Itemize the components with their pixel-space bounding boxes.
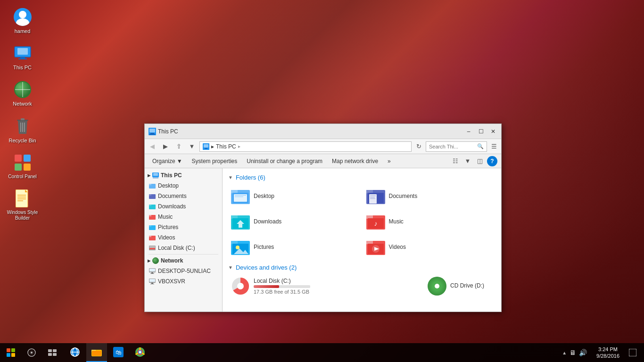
- sidebar-item-vboxsvr[interactable]: VBOXSVR: [145, 276, 222, 287]
- svg-rect-21: [150, 133, 154, 134]
- localdisk-large-icon: [231, 277, 250, 296]
- minimize-button[interactable]: –: [462, 125, 475, 138]
- view-toggle-button[interactable]: ☷: [450, 156, 461, 166]
- drives-toggle[interactable]: ▼: [228, 265, 233, 270]
- localdisk-sidebar-icon: [149, 244, 156, 252]
- refresh-button[interactable]: ↻: [413, 141, 424, 152]
- expand-button[interactable]: ☰: [489, 141, 499, 152]
- sidebar-item-desktop5[interactable]: DESKTOP-5UNLIAC: [145, 266, 222, 276]
- svg-rect-58: [235, 197, 243, 197]
- network-icon-label: Network: [13, 101, 32, 107]
- sidebar-documents-label: Documents: [158, 193, 187, 199]
- sidebar-network-header[interactable]: ▶ Network: [145, 255, 222, 266]
- cddrive-info: CD Drive (D:): [450, 282, 493, 290]
- uninstall-button[interactable]: Uninstall or change a program: [243, 156, 326, 166]
- user-icon: [13, 8, 32, 26]
- cortana-button[interactable]: [21, 343, 42, 362]
- sidebar-item-videos[interactable]: Videos: [145, 232, 222, 243]
- desktop-icon-user[interactable]: hamed: [5, 5, 40, 37]
- pictures-folder-icon: [149, 223, 156, 231]
- desktop-icon-network[interactable]: Network: [5, 77, 40, 110]
- system-properties-button[interactable]: System properties: [188, 156, 241, 166]
- folder-item-documents[interactable]: Documents: [363, 185, 496, 207]
- svg-rect-35: [149, 205, 151, 206]
- folders-toggle[interactable]: ▼: [228, 175, 233, 180]
- svg-rect-27: [153, 173, 158, 176]
- view-dropdown[interactable]: ▼: [462, 156, 473, 166]
- back-button[interactable]: ◀: [147, 141, 158, 152]
- sidebar-item-localdisk[interactable]: Local Disk (C:): [145, 243, 222, 253]
- sidebar-item-desktop[interactable]: Desktop: [145, 181, 222, 191]
- folders-section-title: Folders (6): [236, 174, 265, 181]
- clock-date: 9/28/2016: [596, 353, 619, 359]
- svg-rect-48: [150, 273, 154, 274]
- svg-rect-3: [18, 58, 27, 59]
- address-path[interactable]: ▸ This PC ▸: [199, 141, 412, 152]
- desktop-icon-thispc[interactable]: This PC: [5, 41, 40, 74]
- thispc-expand-icon: ▶: [148, 173, 150, 178]
- localdisk-bar-fill: [254, 285, 279, 288]
- clock-area[interactable]: 3:24 PM 9/28/2016: [593, 346, 623, 360]
- network-tray-icon[interactable]: 🖥: [570, 349, 576, 356]
- taskbar-ie[interactable]: [65, 343, 85, 362]
- svg-rect-75: [231, 241, 238, 244]
- pane-button[interactable]: ◫: [475, 156, 485, 166]
- sidebar-item-downloads[interactable]: Downloads: [145, 201, 222, 212]
- up-button[interactable]: ⇧: [173, 141, 184, 152]
- drive-item-localdisk[interactable]: Local Disk (C:) 17.3 GB free of 31.5 GB: [228, 275, 421, 297]
- downloads-folder-label: Downloads: [254, 218, 281, 225]
- close-button[interactable]: ✕: [487, 125, 499, 138]
- svg-rect-9: [15, 155, 22, 162]
- folder-item-downloads[interactable]: Downloads: [228, 210, 361, 233]
- volume-icon[interactable]: 🔊: [579, 349, 587, 356]
- notification-button[interactable]: [625, 343, 640, 362]
- search-box[interactable]: 🔍: [426, 141, 487, 152]
- folder-item-desktop[interactable]: Desktop: [228, 185, 361, 207]
- taskview-button[interactable]: [42, 343, 63, 362]
- more-button[interactable]: »: [384, 156, 395, 166]
- drive-item-cddrive[interactable]: CD Drive (D:): [425, 275, 495, 297]
- desktop-icon-wsb[interactable]: Windows Style Builder: [5, 186, 40, 224]
- folder-item-videos[interactable]: Videos: [363, 236, 496, 258]
- maximize-button[interactable]: ☐: [475, 125, 487, 138]
- user-icon-label: hamed: [15, 28, 31, 34]
- taskbar-chrome[interactable]: [130, 343, 150, 362]
- taskbar-store[interactable]: 🛍: [108, 343, 129, 362]
- desktop-folder-icon: [149, 182, 156, 189]
- sidebar-item-pictures[interactable]: Pictures: [145, 222, 222, 232]
- toolbar: Organize ▼ System properties Uninstall o…: [145, 154, 501, 168]
- cddrive-large-icon: [428, 277, 446, 296]
- forward-button[interactable]: ▶: [160, 141, 171, 152]
- search-input[interactable]: [429, 144, 475, 149]
- sidebar-music-label: Music: [158, 214, 173, 220]
- svg-rect-2: [20, 57, 25, 58]
- sidebar-thispc-header[interactable]: ▶ This PC: [145, 170, 222, 181]
- taskbar-right: ▲ 🖥 🔊 3:24 PM 9/28/2016: [558, 343, 644, 362]
- svg-rect-33: [149, 194, 151, 196]
- svg-point-105: [139, 351, 141, 354]
- dropdown-button[interactable]: ▼: [186, 141, 198, 152]
- map-network-button[interactable]: Map network drive: [328, 156, 382, 166]
- help-button[interactable]: ?: [487, 156, 497, 166]
- desktop-icon-recycle[interactable]: Recycle Bin: [5, 114, 40, 147]
- music-folder-icon: [149, 213, 156, 221]
- desktop-icon-control[interactable]: Control Panel: [5, 150, 40, 182]
- svg-rect-20: [149, 129, 155, 132]
- svg-rect-91: [48, 353, 52, 356]
- sidebar-item-documents[interactable]: Documents: [145, 191, 222, 201]
- svg-rect-50: [149, 279, 155, 282]
- server-icon: [149, 278, 156, 285]
- cddrive-name: CD Drive (D:): [450, 282, 493, 289]
- svg-rect-99: [92, 351, 101, 356]
- sidebar-item-music[interactable]: Music: [145, 212, 222, 222]
- start-button[interactable]: [0, 343, 21, 362]
- organize-arrow: ▼: [177, 158, 182, 165]
- sidebar: ▶ This PC Desktop: [145, 168, 223, 312]
- folder-item-music[interactable]: ♪ Music: [363, 210, 496, 233]
- tray-arrow[interactable]: ▲: [562, 350, 567, 355]
- sidebar-videos-label: Videos: [158, 234, 175, 241]
- taskbar-explorer[interactable]: [86, 343, 107, 362]
- drives-section-title: Devices and drives (2): [236, 264, 297, 271]
- organize-button[interactable]: Organize ▼: [149, 156, 186, 166]
- folder-item-pictures[interactable]: Pictures: [228, 236, 361, 258]
